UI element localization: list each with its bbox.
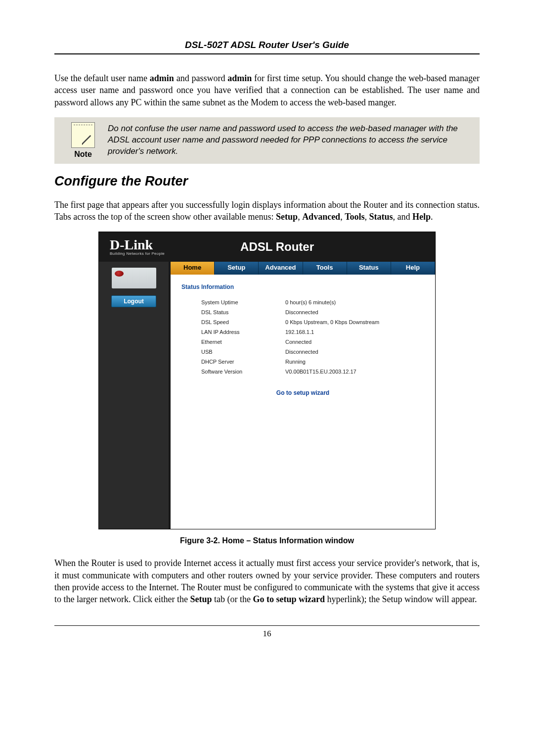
intro-paragraph: Use the default user name admin and pass… (54, 72, 480, 108)
tab-help[interactable]: Help (391, 262, 435, 275)
status-label: LAN IP Address (181, 329, 285, 335)
product-title: ADSL Router (165, 240, 390, 254)
note-icon (71, 122, 95, 148)
router-sidebar: Logout (99, 262, 171, 529)
dlink-logo: D-Link Building Networks for People (110, 238, 165, 256)
router-header: D-Link Building Networks for People ADSL… (99, 232, 435, 262)
status-table: System Uptime0 hour(s) 6 minute(s)DSL St… (181, 297, 424, 377)
tab-tools[interactable]: Tools (303, 262, 347, 275)
status-label: Ethernet (181, 339, 285, 345)
status-row: System Uptime0 hour(s) 6 minute(s) (181, 297, 424, 307)
tab-advanced[interactable]: Advanced (259, 262, 303, 275)
status-label: System Uptime (181, 299, 285, 305)
header-rule (54, 53, 480, 54)
status-value: Connected (285, 339, 424, 345)
status-heading: Status Information (181, 284, 424, 290)
status-value: 192.168.1.1 (285, 329, 424, 335)
status-row: LAN IP Address192.168.1.1 (181, 327, 424, 337)
note-label: Note (58, 150, 108, 159)
status-value: V0.00B01T15.EU.2003.12.17 (285, 369, 424, 375)
status-value: Disconnected (285, 349, 424, 355)
tab-row: HomeSetupAdvancedToolsStatusHelp (171, 262, 435, 275)
router-ui-figure: D-Link Building Networks for People ADSL… (98, 232, 436, 529)
status-value: 0 Kbps Upstream, 0 Kbps Downstream (285, 319, 424, 325)
page-header-title: DSL-502T ADSL Router User's Guide (54, 40, 480, 50)
status-label: DSL Status (181, 309, 285, 315)
outro-paragraph: When the Router is used to provide Inter… (54, 557, 480, 605)
logout-button[interactable]: Logout (111, 295, 156, 307)
router-image (112, 268, 156, 288)
status-label: USB (181, 349, 285, 355)
status-label: Software Version (181, 369, 285, 375)
status-row: DHCP ServerRunning (181, 357, 424, 367)
status-row: DSL Speed0 Kbps Upstream, 0 Kbps Downstr… (181, 317, 424, 327)
status-row: Software VersionV0.00B01T15.EU.2003.12.1… (181, 367, 424, 377)
setup-wizard-link[interactable]: Go to setup wizard (181, 389, 424, 396)
status-row: USBDisconnected (181, 347, 424, 357)
tab-status[interactable]: Status (347, 262, 391, 275)
status-label: DHCP Server (181, 359, 285, 365)
status-value: 0 hour(s) 6 minute(s) (285, 299, 424, 305)
tab-setup[interactable]: Setup (215, 262, 259, 275)
note-text: Do not confuse the user name and passwor… (108, 123, 473, 157)
figure-caption: Figure 3-2. Home – Status Information wi… (54, 536, 480, 545)
section-intro: The first page that appears after you su… (54, 199, 480, 223)
status-row: DSL StatusDisconnected (181, 307, 424, 317)
status-value: Disconnected (285, 309, 424, 315)
tab-home[interactable]: Home (171, 262, 215, 275)
section-heading: Configure the Router (54, 174, 480, 189)
note-box: Note Do not confuse the user name and pa… (54, 117, 480, 164)
status-row: EthernetConnected (181, 337, 424, 347)
status-value: Running (285, 359, 424, 365)
status-label: DSL Speed (181, 319, 285, 325)
footer-rule (54, 625, 480, 626)
page-number: 16 (54, 629, 480, 639)
